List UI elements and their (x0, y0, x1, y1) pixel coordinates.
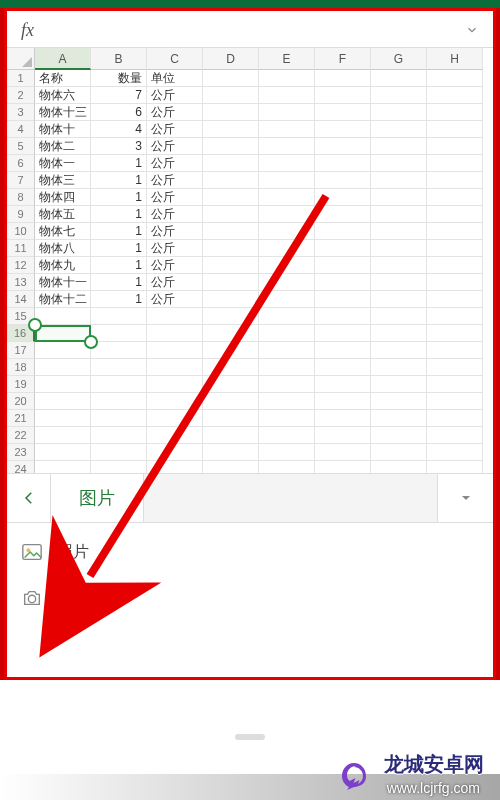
cell-D19[interactable] (203, 376, 259, 393)
row-header-20[interactable]: 20 (7, 393, 35, 410)
cell-C11[interactable]: 公斤 (147, 240, 203, 257)
cell-A6[interactable]: 物体一 (35, 155, 91, 172)
cell-A7[interactable]: 物体三 (35, 172, 91, 189)
column-header-F[interactable]: F (315, 48, 371, 70)
cell-E20[interactable] (259, 393, 315, 410)
cell-G22[interactable] (371, 427, 427, 444)
cell-B10[interactable]: 1 (91, 223, 147, 240)
cell-C18[interactable] (147, 359, 203, 376)
row-header-2[interactable]: 2 (7, 87, 35, 104)
cell-H12[interactable] (427, 257, 483, 274)
cell-F16[interactable] (315, 325, 371, 342)
cell-C5[interactable]: 公斤 (147, 138, 203, 155)
cell-E22[interactable] (259, 427, 315, 444)
cell-H14[interactable] (427, 291, 483, 308)
cell-B19[interactable] (91, 376, 147, 393)
cell-H24[interactable] (427, 461, 483, 473)
cell-A14[interactable]: 物体十二 (35, 291, 91, 308)
cell-D20[interactable] (203, 393, 259, 410)
cell-G17[interactable] (371, 342, 427, 359)
cell-D13[interactable] (203, 274, 259, 291)
cell-G11[interactable] (371, 240, 427, 257)
cell-F2[interactable] (315, 87, 371, 104)
cell-B12[interactable]: 1 (91, 257, 147, 274)
cell-E21[interactable] (259, 410, 315, 427)
cell-B15[interactable] (91, 308, 147, 325)
cell-E10[interactable] (259, 223, 315, 240)
cell-C2[interactable]: 公斤 (147, 87, 203, 104)
cell-E2[interactable] (259, 87, 315, 104)
tab-picture[interactable]: 图片 (51, 474, 144, 522)
cell-B13[interactable]: 1 (91, 274, 147, 291)
cell-C14[interactable]: 公斤 (147, 291, 203, 308)
cell-H2[interactable] (427, 87, 483, 104)
cell-F1[interactable] (315, 70, 371, 87)
cell-D18[interactable] (203, 359, 259, 376)
cell-C7[interactable]: 公斤 (147, 172, 203, 189)
cell-E15[interactable] (259, 308, 315, 325)
row-header-3[interactable]: 3 (7, 104, 35, 121)
cell-A9[interactable]: 物体五 (35, 206, 91, 223)
cell-A20[interactable] (35, 393, 91, 410)
cell-A23[interactable] (35, 444, 91, 461)
cell-D15[interactable] (203, 308, 259, 325)
cell-H8[interactable] (427, 189, 483, 206)
cell-B17[interactable] (91, 342, 147, 359)
row-header-1[interactable]: 1 (7, 70, 35, 87)
cell-A13[interactable]: 物体十一 (35, 274, 91, 291)
cell-D4[interactable] (203, 121, 259, 138)
cell-F19[interactable] (315, 376, 371, 393)
column-header-G[interactable]: G (371, 48, 427, 70)
cell-B11[interactable]: 1 (91, 240, 147, 257)
cell-A11[interactable]: 物体八 (35, 240, 91, 257)
column-header-H[interactable]: H (427, 48, 483, 70)
cell-A18[interactable] (35, 359, 91, 376)
cell-B16[interactable] (91, 325, 147, 342)
cell-A21[interactable] (35, 410, 91, 427)
column-header-D[interactable]: D (203, 48, 259, 70)
cell-C1[interactable]: 单位 (147, 70, 203, 87)
cell-E1[interactable] (259, 70, 315, 87)
cell-A10[interactable]: 物体七 (35, 223, 91, 240)
cell-F20[interactable] (315, 393, 371, 410)
cell-C17[interactable] (147, 342, 203, 359)
cell-E24[interactable] (259, 461, 315, 473)
cell-F13[interactable] (315, 274, 371, 291)
cell-B4[interactable]: 4 (91, 121, 147, 138)
cell-F10[interactable] (315, 223, 371, 240)
cell-A19[interactable] (35, 376, 91, 393)
cell-G23[interactable] (371, 444, 427, 461)
cell-A5[interactable]: 物体二 (35, 138, 91, 155)
cell-F6[interactable] (315, 155, 371, 172)
cell-D6[interactable] (203, 155, 259, 172)
cell-D23[interactable] (203, 444, 259, 461)
formula-input[interactable] (40, 18, 465, 42)
cell-E16[interactable] (259, 325, 315, 342)
selection-handle-bottom-right[interactable] (84, 335, 98, 349)
cell-F12[interactable] (315, 257, 371, 274)
insert-option-camera[interactable]: 相机 (7, 575, 493, 621)
cell-F17[interactable] (315, 342, 371, 359)
cell-E19[interactable] (259, 376, 315, 393)
cell-E5[interactable] (259, 138, 315, 155)
cell-D14[interactable] (203, 291, 259, 308)
cell-C6[interactable]: 公斤 (147, 155, 203, 172)
insert-option-photos[interactable]: 照片 (7, 529, 493, 575)
cell-H16[interactable] (427, 325, 483, 342)
cell-F23[interactable] (315, 444, 371, 461)
cell-H5[interactable] (427, 138, 483, 155)
cell-D8[interactable] (203, 189, 259, 206)
spreadsheet-grid[interactable]: ABCDEFGH1名称数量单位2物体六7公斤3物体十三6公斤4物体十4公斤5物体… (7, 47, 493, 473)
cell-A15[interactable] (35, 308, 91, 325)
cell-C21[interactable] (147, 410, 203, 427)
cell-H11[interactable] (427, 240, 483, 257)
column-header-B[interactable]: B (91, 48, 147, 70)
cell-H9[interactable] (427, 206, 483, 223)
cell-H15[interactable] (427, 308, 483, 325)
cell-C23[interactable] (147, 444, 203, 461)
cell-C24[interactable] (147, 461, 203, 473)
cell-G19[interactable] (371, 376, 427, 393)
cell-E4[interactable] (259, 121, 315, 138)
cell-F4[interactable] (315, 121, 371, 138)
cell-G4[interactable] (371, 121, 427, 138)
